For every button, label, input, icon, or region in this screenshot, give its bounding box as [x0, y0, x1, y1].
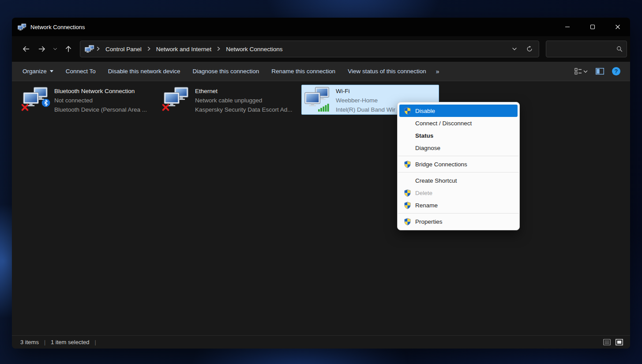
forward-button[interactable] [34, 41, 50, 57]
back-arrow-icon [22, 45, 30, 53]
toolbar-diagnose-label: Diagnose this connection [192, 68, 259, 75]
toolbar-disable-device[interactable]: Disable this network device [102, 65, 187, 78]
toolbar-organize-label: Organize [23, 68, 47, 75]
minimize-icon [565, 24, 570, 30]
ethernet-connection-icon [163, 86, 191, 113]
menu-item-label: Create Shortcut [415, 177, 457, 184]
connection-device: Kaspersky Security Data Escort Ad... [195, 105, 293, 114]
back-button[interactable] [18, 41, 34, 57]
command-toolbar: Organize Connect To Disable this network… [12, 62, 630, 81]
menu-item-label: Properties [415, 218, 443, 225]
toolbar-view-status[interactable]: View status of this connection [342, 65, 432, 78]
status-bar: 3 items | 1 item selected | [12, 335, 630, 349]
menu-item-disable[interactable]: Disable [399, 105, 518, 117]
menu-item-label: Delete [415, 190, 432, 196]
connection-tile-bluetooth[interactable]: Bluetooth Network Connection Not connect… [20, 85, 158, 115]
close-button[interactable] [605, 18, 630, 36]
toolbar-rename-label: Rename this connection [271, 68, 335, 75]
menu-item-label: Status [415, 132, 433, 139]
connection-tile-ethernet[interactable]: Ethernet Network cable unplugged Kaspers… [161, 85, 298, 115]
breadcrumb-chevron-icon [215, 46, 222, 53]
menu-item-diagnose[interactable]: Diagnose [399, 142, 518, 154]
menu-item-connect-disconnect[interactable]: Connect / Disconnect [399, 117, 518, 129]
navigation-bar: Control Panel Network and Internet Netwo… [12, 36, 630, 62]
menu-item-rename[interactable]: Rename [399, 199, 518, 211]
network-connections-app-icon [18, 23, 26, 31]
disconnected-x-icon [21, 103, 29, 112]
statusbar-view-buttons [603, 339, 623, 345]
connection-name: Ethernet [195, 86, 293, 96]
bluetooth-badge-icon [41, 98, 50, 107]
uac-shield-icon [404, 107, 411, 115]
connection-text: Ethernet Network cable unplugged Kaspers… [195, 86, 293, 114]
icons-view-icon [616, 339, 623, 345]
preview-pane-icon [596, 68, 604, 75]
toolbar-connect-to[interactable]: Connect To [60, 65, 102, 78]
help-button[interactable]: ? [612, 67, 620, 75]
title-bar: Network Connections [12, 18, 630, 36]
connection-name: Bluetooth Network Connection [54, 86, 147, 96]
connections-list: Bluetooth Network Connection Not connect… [12, 81, 630, 335]
toolbar-view-status-label: View status of this connection [348, 68, 426, 75]
menu-item-label: Bridge Connections [415, 161, 467, 168]
connection-status: Weebber-Home [336, 96, 395, 105]
items-count: 3 items [20, 339, 39, 345]
uac-shield-icon [404, 189, 411, 197]
toolbar-rename[interactable]: Rename this connection [265, 65, 342, 78]
address-dropdown-button[interactable] [507, 42, 522, 56]
icons-view-button[interactable] [616, 339, 623, 345]
toolbar-diagnose[interactable]: Diagnose this connection [186, 65, 265, 78]
connection-name: Wi-Fi [336, 86, 395, 96]
maximize-button[interactable] [580, 18, 605, 36]
menu-item-status[interactable]: Status [399, 129, 518, 142]
minimize-button[interactable] [555, 18, 580, 36]
toolbar-overflow-button[interactable]: » [432, 65, 443, 78]
up-button[interactable] [60, 41, 76, 57]
menu-separator [398, 172, 519, 173]
chevron-down-icon [52, 46, 58, 52]
help-icon: ? [612, 67, 620, 75]
connection-status: Not connected [54, 96, 147, 105]
breadcrumb-network-and-internet[interactable]: Network and Internet [153, 43, 215, 55]
toolbar-connect-to-label: Connect To [66, 68, 96, 75]
menu-separator [398, 213, 519, 214]
address-bar[interactable]: Control Panel Network and Internet Netwo… [80, 41, 539, 57]
desktop-wallpaper: Network Connections [0, 0, 642, 364]
preview-pane-button[interactable] [596, 68, 604, 75]
menu-item-properties[interactable]: Properties [399, 215, 518, 228]
window-title: Network Connections [30, 24, 85, 30]
maximize-icon [590, 24, 595, 30]
breadcrumb-chevron-icon [145, 46, 153, 53]
details-view-icon [603, 339, 611, 345]
view-options-icon [574, 68, 588, 75]
toolbar-organize[interactable]: Organize [23, 65, 60, 78]
menu-item-bridge-connections[interactable]: Bridge Connections [399, 158, 518, 170]
close-icon [615, 24, 620, 30]
view-options-button[interactable] [574, 68, 588, 75]
selected-count: 1 item selected [51, 339, 89, 345]
breadcrumb-control-panel[interactable]: Control Panel [102, 43, 145, 55]
statusbar-divider: | [94, 339, 96, 345]
search-icon [616, 45, 623, 53]
up-arrow-icon [64, 45, 73, 53]
toolbar-right-group: ? [574, 67, 620, 75]
refresh-button[interactable] [522, 42, 537, 56]
menu-item-delete[interactable]: Delete [399, 187, 518, 199]
menu-item-label: Diagnose [415, 145, 440, 151]
toolbar-disable-device-label: Disable this network device [108, 68, 180, 75]
uac-shield-icon [404, 218, 411, 225]
recent-locations-button[interactable] [50, 41, 60, 57]
search-box [546, 41, 627, 57]
uac-shield-icon [404, 202, 411, 209]
menu-item-create-shortcut[interactable]: Create Shortcut [399, 174, 518, 187]
dropdown-caret-icon [50, 70, 53, 72]
menu-item-label: Rename [415, 202, 438, 209]
details-view-button[interactable] [603, 339, 611, 345]
breadcrumb-network-connections[interactable]: Network Connections [222, 43, 286, 55]
connection-status: Network cable unplugged [195, 96, 293, 105]
statusbar-divider: | [44, 339, 45, 345]
search-input[interactable] [551, 46, 616, 53]
chevron-down-icon [511, 45, 518, 53]
menu-item-label: Disable [415, 108, 435, 114]
menu-separator [398, 156, 519, 156]
